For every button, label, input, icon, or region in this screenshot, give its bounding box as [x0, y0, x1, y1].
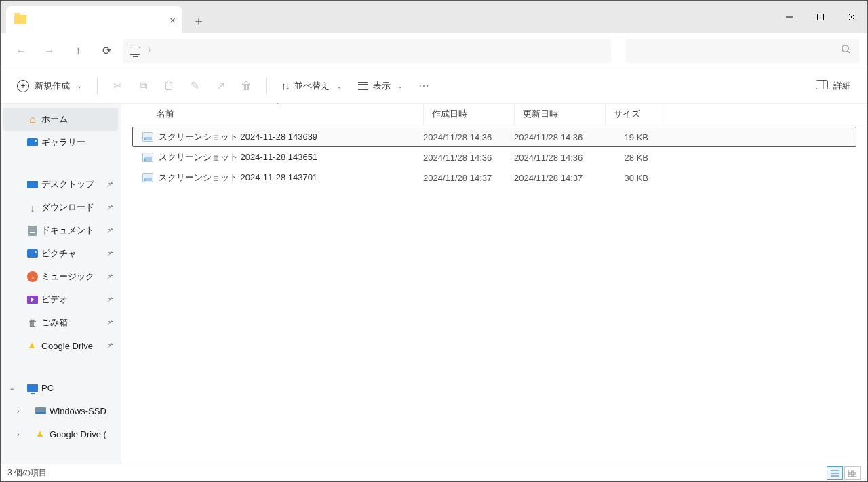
sidebar-item-downloads[interactable]: ↓ ダウンロード 📌︎ [1, 196, 121, 219]
file-size: 19 KB [599, 132, 654, 142]
column-header-created[interactable]: 作成日時 [424, 104, 515, 125]
chevron-right-icon: 〉 [147, 45, 155, 56]
file-name: スクリーンショット 2024-11-28 143701 [159, 172, 317, 184]
up-button[interactable]: ↑ [66, 39, 90, 63]
sidebar-label: Windows-SSD [50, 406, 106, 416]
desktop-icon [26, 178, 39, 190]
sidebar-label: ギャラリー [41, 136, 85, 148]
address-bar[interactable]: 〉 [123, 39, 611, 63]
sidebar-item-home[interactable]: ⌂ ホーム [3, 108, 118, 131]
close-tab-icon[interactable]: × [170, 14, 176, 26]
chevron-right-icon[interactable]: › [17, 430, 20, 438]
share-button[interactable]: ↗ [209, 74, 232, 98]
spacer [1, 154, 121, 173]
image-file-icon [142, 132, 153, 142]
maximize-button[interactable] [805, 1, 836, 33]
pin-icon: 📌︎ [106, 180, 114, 189]
details-view-button[interactable] [827, 466, 843, 480]
sidebar-label: ミュージック [41, 270, 94, 283]
pin-icon: 📌︎ [106, 295, 114, 304]
video-icon [26, 294, 39, 306]
explorer-window: × ＋ ← → ↑ ⟳ 〉 + 新規作成 ⌄ ✂ ⧉ [0, 0, 868, 482]
navigation-sidebar[interactable]: ⌂ ホーム ギャラリー デスクトップ 📌︎ ↓ ダウンロード 📌︎ ドキュメント [1, 104, 121, 464]
sidebar-label: ピクチャ [41, 247, 77, 260]
view-label: 表示 [373, 80, 391, 92]
new-button[interactable]: + 新規作成 ⌄ [10, 74, 89, 98]
close-window-button[interactable] [836, 1, 867, 33]
view-button[interactable]: 表示 ⌄ [351, 74, 410, 98]
sidebar-item-trash[interactable]: 🗑︎ ごみ箱 📌︎ [1, 311, 121, 334]
column-header-modified[interactable]: 更新日時 [515, 104, 606, 125]
file-row[interactable]: スクリーンショット 2024-11-28 1436392024/11/28 14… [132, 127, 856, 147]
more-button[interactable]: ⋯ [412, 74, 435, 98]
trash-icon: 🗑︎ [26, 317, 39, 329]
cut-button[interactable]: ✂ [106, 74, 129, 98]
sidebar-item-ssd[interactable]: › Windows-SSD [1, 399, 121, 422]
view-icon [358, 82, 368, 90]
sort-asc-icon: ˄ [276, 102, 279, 109]
chevron-down-icon[interactable]: ⌄ [9, 384, 15, 393]
pin-icon: 📌︎ [106, 226, 114, 235]
sidebar-label: Google Drive ( [50, 429, 106, 439]
svg-rect-6 [816, 81, 828, 89]
sidebar-item-documents[interactable]: ドキュメント 📌︎ [1, 219, 121, 242]
status-bar: 3 個の項目 [1, 464, 867, 481]
sidebar-item-gallery[interactable]: ギャラリー [1, 131, 121, 154]
sidebar-item-gdrive[interactable]: Google Drive 📌︎ [1, 334, 121, 357]
thumbnail-view-button[interactable] [844, 466, 861, 480]
sidebar-item-video[interactable]: ビデオ 📌︎ [1, 288, 121, 311]
column-header-row: 名前 ˄ 作成日時 更新日時 サイズ [121, 104, 867, 125]
col-label: 名前 [157, 108, 174, 120]
body: ⌂ ホーム ギャラリー デスクトップ 📌︎ ↓ ダウンロード 📌︎ ドキュメント [1, 104, 867, 464]
folder-icon [14, 15, 26, 24]
minimize-button[interactable] [774, 1, 805, 33]
svg-rect-14 [853, 474, 856, 477]
separator [97, 78, 98, 94]
pin-icon: 📌︎ [106, 272, 114, 281]
sidebar-item-music[interactable]: ♪ ミュージック 📌︎ [1, 265, 121, 288]
paste-button[interactable]: 📋︎ [157, 74, 180, 98]
details-label: 詳細 [833, 80, 851, 92]
search-box[interactable] [626, 39, 859, 63]
sidebar-label: ビデオ [41, 294, 68, 306]
column-header-name[interactable]: 名前 ˄ [132, 104, 424, 125]
file-row[interactable]: スクリーンショット 2024-11-28 1437012024/11/28 14… [132, 167, 856, 188]
delete-button[interactable]: 🗑︎ [235, 74, 258, 98]
pc-icon [26, 382, 39, 394]
sidebar-item-pc[interactable]: ⌄ PC [1, 376, 121, 399]
pictures-icon [26, 247, 39, 260]
pin-icon: 📌︎ [106, 318, 114, 327]
col-label: 更新日時 [523, 108, 558, 120]
file-list[interactable]: スクリーンショット 2024-11-28 1436392024/11/28 14… [121, 125, 867, 464]
file-modified: 2024/11/28 14:37 [509, 173, 599, 183]
column-header-size[interactable]: サイズ [606, 104, 665, 125]
chevron-right-icon[interactable]: › [17, 407, 20, 415]
sidebar-item-desktop[interactable]: デスクトップ 📌︎ [1, 173, 121, 196]
pc-icon [130, 47, 140, 55]
new-tab-button[interactable]: ＋ [186, 9, 211, 33]
rename-button[interactable]: ✎ [183, 74, 206, 98]
sort-button[interactable]: ↑↓ 並べ替え ⌄ [275, 74, 349, 98]
sidebar-label: ダウンロード [41, 201, 94, 214]
svg-line-5 [848, 51, 850, 53]
refresh-button[interactable]: ⟳ [94, 39, 119, 63]
sidebar-item-pictures[interactable]: ピクチャ 📌︎ [1, 242, 121, 265]
window-controls [774, 1, 867, 33]
file-size: 28 KB [599, 153, 654, 163]
chevron-down-icon: ⌄ [77, 82, 82, 89]
sidebar-item-gdrive-drive[interactable]: › Google Drive ( [1, 422, 121, 445]
svg-point-4 [842, 45, 848, 52]
sidebar-label: PC [41, 383, 54, 393]
file-name: スクリーンショット 2024-11-28 143639 [159, 131, 317, 143]
tab-current[interactable]: × [6, 6, 182, 33]
chevron-down-icon: ⌄ [397, 82, 403, 89]
copy-button[interactable]: ⧉ [132, 74, 155, 98]
forward-button[interactable]: → [37, 39, 62, 63]
back-button[interactable]: ← [9, 39, 33, 63]
view-toggle [827, 466, 861, 480]
file-created: 2024/11/28 14:36 [418, 132, 509, 142]
file-row[interactable]: スクリーンショット 2024-11-28 1436512024/11/28 14… [132, 147, 856, 167]
file-modified: 2024/11/28 14:36 [509, 153, 599, 163]
details-pane-button[interactable]: 詳細 [809, 74, 858, 98]
file-created: 2024/11/28 14:36 [418, 153, 509, 163]
